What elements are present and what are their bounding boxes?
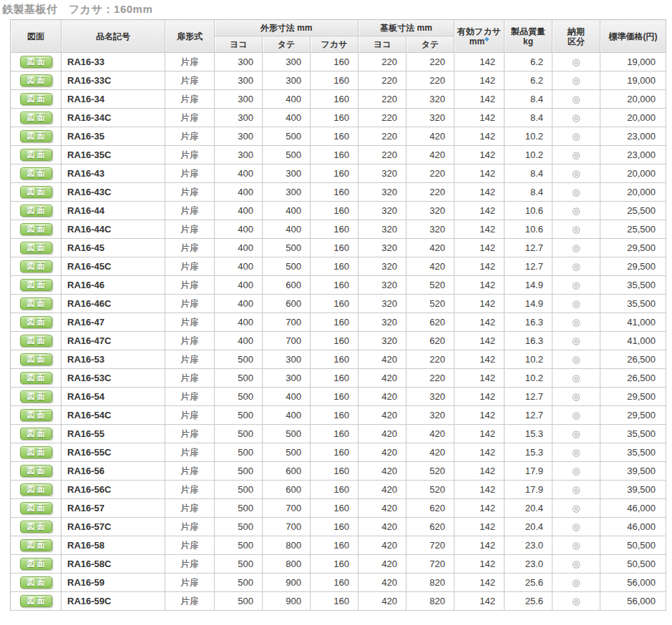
- drawing-button[interactable]: 図面: [20, 56, 52, 68]
- door-type: 片扉: [165, 276, 215, 295]
- delivery-mark: ◎: [552, 164, 600, 183]
- board-width: 420: [359, 350, 406, 369]
- weight: 23.0: [505, 555, 552, 574]
- outer-depth: 160: [311, 257, 359, 276]
- effective-depth: 142: [454, 499, 505, 518]
- table-row: 図面RA16-55C片扉50050016042042014215.3◎35,50…: [11, 443, 666, 462]
- outer-height: 300: [263, 183, 311, 202]
- board-height: 220: [406, 164, 454, 183]
- drawing-button[interactable]: 図面: [20, 112, 52, 124]
- drawing-button[interactable]: 図面: [20, 74, 52, 87]
- product-code: RA16-59C: [62, 592, 165, 611]
- outer-depth: 160: [311, 53, 359, 72]
- board-width: 320: [359, 276, 406, 295]
- outer-depth: 160: [311, 220, 359, 239]
- drawing-button[interactable]: 図面: [20, 446, 52, 458]
- board-height: 320: [406, 109, 454, 127]
- outer-depth: 160: [311, 109, 359, 127]
- header-outer-dims-group: 外形寸法 mm: [215, 20, 359, 36]
- drawing-button[interactable]: 図面: [20, 223, 52, 235]
- price: 56,000: [600, 574, 666, 592]
- drawing-button[interactable]: 図面: [20, 149, 52, 161]
- door-type: 片扉: [165, 574, 215, 592]
- drawing-button[interactable]: 図面: [20, 372, 52, 384]
- board-height: 420: [406, 146, 454, 164]
- drawing-button[interactable]: 図面: [20, 390, 52, 403]
- effective-depth: 142: [454, 295, 505, 313]
- table-row: 図面RA16-47片扉40070016032062014216.3◎41,000: [11, 313, 666, 332]
- delivery-mark: ◎: [552, 90, 600, 109]
- drawing-button[interactable]: 図面: [20, 465, 52, 477]
- drawing-cell: 図面: [11, 90, 62, 109]
- effective-depth: 142: [454, 127, 505, 146]
- outer-height: 500: [263, 257, 311, 276]
- outer-width: 400: [215, 202, 263, 220]
- table-row: 図面RA16-59片扉50090016042082014225.6◎56,000: [11, 574, 666, 592]
- drawing-button[interactable]: 図面: [20, 316, 52, 328]
- drawing-button[interactable]: 図面: [20, 428, 52, 440]
- outer-height: 500: [263, 127, 311, 146]
- board-height: 420: [406, 239, 454, 257]
- board-width: 220: [359, 109, 406, 127]
- outer-height: 400: [263, 388, 311, 406]
- product-code: RA16-44: [62, 202, 165, 220]
- delivery-mark: ◎: [552, 53, 600, 72]
- door-type: 片扉: [165, 555, 215, 574]
- drawing-button[interactable]: 図面: [20, 353, 52, 365]
- outer-height: 500: [263, 146, 311, 164]
- outer-depth: 160: [311, 574, 359, 592]
- drawing-button[interactable]: 図面: [20, 93, 52, 105]
- outer-height: 400: [263, 406, 311, 425]
- board-width: 420: [359, 425, 406, 443]
- outer-depth: 160: [311, 332, 359, 350]
- drawing-button[interactable]: 図面: [20, 539, 52, 551]
- weight: 10.6: [505, 202, 552, 220]
- header-delivery: 納期区分: [552, 20, 600, 53]
- board-width: 320: [359, 257, 406, 276]
- drawing-button[interactable]: 図面: [20, 335, 52, 347]
- outer-depth: 160: [311, 202, 359, 220]
- drawing-button[interactable]: 図面: [20, 558, 52, 570]
- drawing-button[interactable]: 図面: [20, 576, 52, 589]
- door-type: 片扉: [165, 257, 215, 276]
- board-height: 620: [406, 499, 454, 518]
- door-type: 片扉: [165, 90, 215, 109]
- board-width: 320: [359, 164, 406, 183]
- weight: 10.2: [505, 127, 552, 146]
- drawing-button[interactable]: 図面: [20, 595, 52, 607]
- door-type: 片扉: [165, 183, 215, 202]
- outer-depth: 160: [311, 369, 359, 388]
- header-outer-depth: フカサ: [311, 36, 359, 53]
- delivery-mark: ◎: [552, 127, 600, 146]
- outer-width: 500: [215, 406, 263, 425]
- drawing-button[interactable]: 図面: [20, 521, 52, 533]
- drawing-cell: 図面: [11, 295, 62, 313]
- drawing-button[interactable]: 図面: [20, 502, 52, 514]
- board-width: 420: [359, 462, 406, 481]
- drawing-button[interactable]: 図面: [20, 409, 52, 421]
- drawing-button[interactable]: 図面: [20, 242, 52, 254]
- board-width: 420: [359, 555, 406, 574]
- drawing-button[interactable]: 図面: [20, 297, 52, 310]
- board-height: 220: [406, 350, 454, 369]
- effective-depth: 142: [454, 220, 505, 239]
- price: 20,000: [600, 90, 666, 109]
- outer-height: 800: [263, 555, 311, 574]
- board-height: 320: [406, 202, 454, 220]
- price: 19,000: [600, 72, 666, 90]
- drawing-button[interactable]: 図面: [20, 279, 52, 291]
- drawing-button[interactable]: 図面: [20, 260, 52, 272]
- drawing-button[interactable]: 図面: [20, 186, 52, 198]
- drawing-cell: 図面: [11, 109, 62, 127]
- drawing-button[interactable]: 図面: [20, 205, 52, 217]
- board-height: 620: [406, 332, 454, 350]
- board-width: 420: [359, 369, 406, 388]
- drawing-button[interactable]: 図面: [20, 130, 52, 142]
- drawing-button[interactable]: 図面: [20, 167, 52, 179]
- delivery-mark: ◎: [552, 518, 600, 536]
- board-width: 320: [359, 332, 406, 350]
- price: 35,500: [600, 425, 666, 443]
- drawing-button[interactable]: 図面: [20, 483, 52, 496]
- product-code: RA16-59: [62, 574, 165, 592]
- product-code: RA16-58C: [62, 555, 165, 574]
